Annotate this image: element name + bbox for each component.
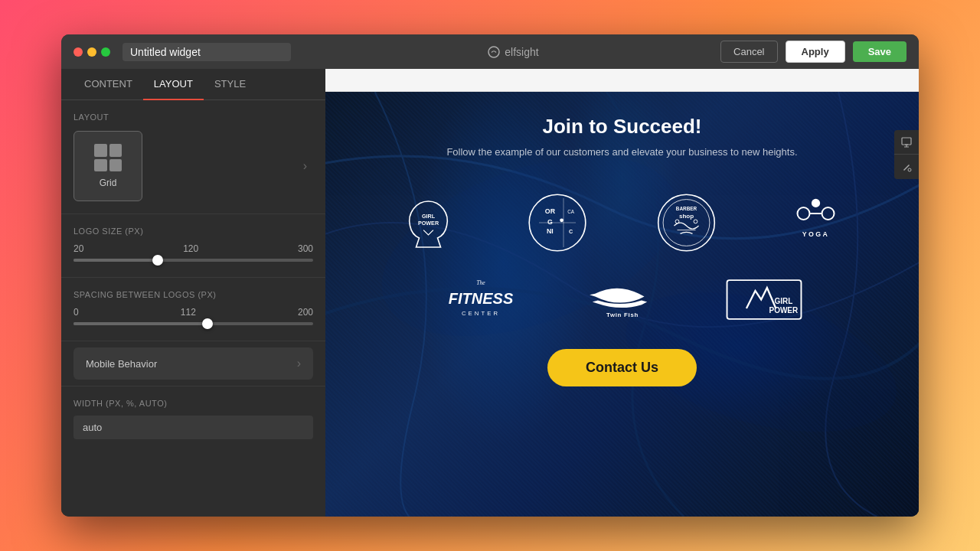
svg-text:The: The [476,279,485,286]
svg-point-22 [822,207,835,220]
logo-size-value: 120 [183,243,198,254]
logo-organic-cafe: OR G NI CA C [501,188,615,257]
mobile-behavior-row[interactable]: Mobile Behavior › [74,347,313,380]
mobile-behavior-wrapper: Mobile Behavior › [61,341,325,386]
svg-point-14 [658,194,715,251]
svg-text:POWER: POWER [418,220,439,227]
save-button[interactable]: Save [853,41,906,62]
tab-content[interactable]: CONTENT [74,69,143,100]
logo-size-section: LOGO SIZE (PX) 20 120 300 [61,214,325,277]
layout-option-grid[interactable]: Grid [74,131,142,201]
sidebar-tabs: CONTENT LAYOUT STYLE [61,69,325,100]
spacing-track[interactable] [74,322,313,325]
layout-options: Grid [74,131,297,201]
width-section: WIDTH (PX, %, AUTO) [61,386,325,452]
svg-text:YOGA: YOGA [802,230,830,238]
spacing-label: SPACING BETWEEN LOGOS (PX) [74,290,313,299]
preview-title: Join to Succeed! [341,115,903,139]
titlebar-center: elfsight [306,46,720,58]
logo-size-track[interactable] [74,259,313,262]
svg-point-20 [812,199,820,207]
logo-girl-power: GIRL POWER [371,188,485,257]
logo-size-label: LOGO SIZE (PX) [74,227,313,236]
svg-text:FITNESS: FITNESS [448,289,513,306]
logo-barber-shop: BARBER shop [630,188,744,257]
contact-btn-area: Contact Us [325,334,919,402]
close-button[interactable] [74,47,83,57]
svg-point-21 [798,207,810,220]
layout-grid-container: Grid › [74,131,313,201]
logo-girl-power-2: GIRL POWER [701,265,827,334]
sidebar: CONTENT LAYOUT STYLE LAYOUT [61,69,325,517]
svg-text:GIRL: GIRL [774,296,792,305]
svg-point-18 [675,220,679,223]
app-window: elfsight Cancel Apply Save CONTENT LAYOU… [61,34,919,517]
svg-text:CA: CA [567,209,575,214]
logo-size-min: 20 [74,243,83,254]
logos-row1: GIRL POWER OR G NI CA [325,173,919,272]
logo-size-fill [74,259,158,262]
minimize-button[interactable] [87,47,96,57]
mobile-behavior-label: Mobile Behavior [86,358,157,370]
spacing-section: SPACING BETWEEN LOGOS (PX) 0 112 200 [61,277,325,341]
svg-text:GIRL: GIRL [422,213,436,220]
svg-text:Twin Fish: Twin Fish [606,311,638,318]
traffic-lights [74,47,110,57]
svg-text:CENTER: CENTER [461,310,499,317]
logo-size-max: 300 [298,243,313,254]
svg-point-0 [488,47,499,57]
width-input[interactable] [74,416,313,439]
svg-point-19 [694,220,697,223]
main-area: CONTENT LAYOUT STYLE LAYOUT [61,69,919,517]
preview-subtitle: Follow the example of our customers and … [341,146,903,158]
svg-text:OR: OR [545,207,556,215]
svg-text:BARBER: BARBER [676,206,697,211]
contact-us-button[interactable]: Contact Us [547,349,697,386]
svg-text:C: C [569,228,573,235]
mobile-behavior-chevron: › [297,357,301,370]
svg-text:shop: shop [679,213,694,220]
spacing-values: 0 112 200 [74,307,313,318]
widget-title-input[interactable] [122,43,291,61]
grid-icon [94,144,122,171]
svg-text:NI: NI [547,227,554,235]
svg-point-8 [560,218,564,222]
spacing-min: 0 [74,307,79,318]
svg-text:G: G [547,218,553,226]
elfsight-label: elfsight [505,46,538,58]
elfsight-logo: elfsight [488,46,538,58]
grid-cell [94,159,107,172]
layout-option-label: Grid [100,178,117,188]
tab-layout[interactable]: LAYOUT [143,69,204,100]
logo-twin-fish: Twin Fish [559,265,685,334]
logo-fitness-center: The FITNESS CENTER [417,265,544,334]
logos-row2: The FITNESS CENTER Twin Fish [325,265,919,334]
titlebar-actions: Cancel Apply Save [720,41,906,63]
logo-size-values: 20 120 300 [74,243,313,254]
spacing-thumb[interactable] [202,318,213,329]
maximize-button[interactable] [101,47,110,57]
layout-section: LAYOUT Grid › [61,100,325,214]
grid-cell [109,144,122,157]
widget-title-area [122,43,306,61]
tab-style[interactable]: STYLE [204,69,256,100]
grid-cell [109,159,122,172]
preview-text-area: Join to Succeed! Follow the example of o… [325,92,919,173]
preview-header-bar [325,69,919,92]
grid-cell [94,144,107,157]
logo-yoga: YOGA [759,188,873,257]
spacing-fill [74,322,207,325]
cancel-button[interactable]: Cancel [720,41,777,63]
apply-button[interactable]: Apply [786,41,845,63]
spacing-max: 200 [298,307,313,318]
spacing-value: 112 [181,307,196,318]
width-label: WIDTH (PX, %, AUTO) [74,399,313,408]
svg-text:POWER: POWER [769,306,799,315]
layout-section-label: LAYOUT [74,112,313,122]
preview-content: Join to Succeed! Follow the example of o… [325,92,919,517]
preview-panel: Join to Succeed! Follow the example of o… [325,69,919,517]
logo-size-thumb[interactable] [152,255,163,266]
titlebar: elfsight Cancel Apply Save [61,34,919,69]
layout-chevron-right[interactable]: › [297,131,313,201]
